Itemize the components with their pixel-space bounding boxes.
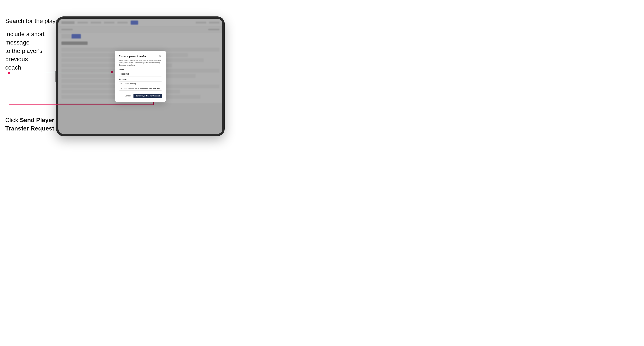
request-transfer-modal: Request player transfer ✕ If the player …	[115, 51, 166, 102]
annotation-message: Include a short message to the player's …	[5, 30, 54, 72]
tablet-device: Request player transfer ✕ If the player …	[56, 16, 225, 136]
modal-header: Request player transfer ✕	[119, 54, 162, 58]
modal-footer: Cancel Send Player Transfer Request	[119, 94, 162, 98]
message-textarea[interactable]: Hi Coach McHarg, Please accept this tran…	[119, 81, 162, 91]
modal-title: Request player transfer	[119, 55, 146, 58]
annotation-click: Click Send Player Transfer Request	[5, 116, 58, 133]
send-transfer-request-button[interactable]: Send Player Transfer Request	[134, 94, 162, 98]
modal-close-button[interactable]: ✕	[158, 54, 162, 58]
annotation-search: Search for the player.	[5, 17, 62, 25]
message-label: Message	[119, 78, 162, 80]
player-label: Player	[119, 69, 162, 71]
svg-point-3	[8, 72, 10, 74]
player-input[interactable]	[119, 72, 162, 76]
tablet-screen: Request player transfer ✕ If the player …	[58, 19, 222, 134]
modal-description: If the player is transferring from anoth…	[119, 59, 162, 66]
modal-overlay: Request player transfer ✕ If the player …	[58, 19, 222, 134]
cancel-button[interactable]: Cancel	[123, 94, 132, 98]
tablet-side-button	[55, 71, 56, 82]
